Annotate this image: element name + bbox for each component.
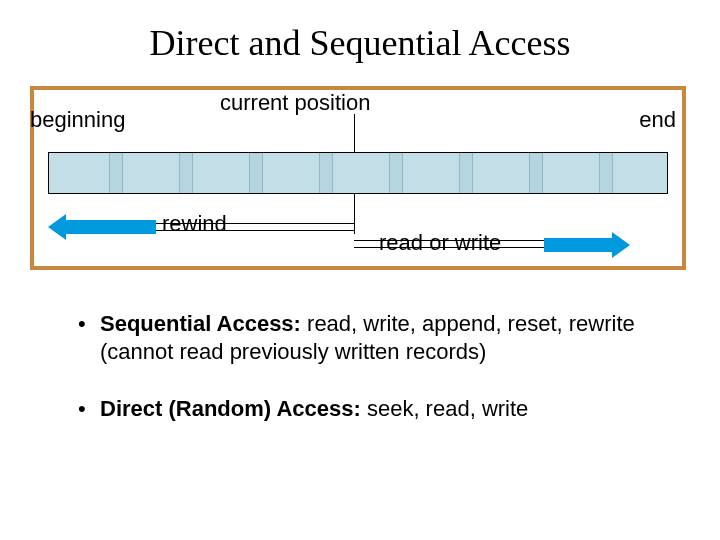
current-position-tick (354, 114, 355, 152)
label-beginning: beginning (30, 107, 125, 133)
record-gap (179, 153, 193, 193)
record-gap (389, 153, 403, 193)
slide-title: Direct and Sequential Access (0, 22, 720, 64)
label-end: end (639, 107, 676, 133)
access-diagram: beginning current position end rewind re… (30, 86, 686, 270)
label-read-or-write: read or write (379, 230, 501, 256)
label-current-position: current position (220, 90, 370, 116)
bullet-label: Sequential Access: (100, 311, 301, 336)
bullet-dot-icon: • (78, 310, 100, 365)
bullet-direct: • Direct (Random) Access: seek, read, wr… (78, 395, 658, 423)
bullet-text: Direct (Random) Access: seek, read, writ… (100, 395, 528, 423)
bullet-dot-icon: • (78, 395, 100, 423)
record-gap (599, 153, 613, 193)
readwrite-arrow-icon (544, 238, 612, 252)
record-gap (109, 153, 123, 193)
bullet-list: • Sequential Access: read, write, append… (78, 310, 658, 453)
bullet-text: Sequential Access: read, write, append, … (100, 310, 658, 365)
label-rewind: rewind (162, 211, 227, 237)
record-gap (249, 153, 263, 193)
file-tape (48, 152, 668, 194)
rewind-arrow-icon (66, 220, 156, 234)
bullet-sequential: • Sequential Access: read, write, append… (78, 310, 658, 365)
current-position-tick-lower (354, 194, 355, 234)
bullet-desc: seek, read, write (361, 396, 529, 421)
record-gap (319, 153, 333, 193)
record-gap (529, 153, 543, 193)
record-gap (459, 153, 473, 193)
bullet-label: Direct (Random) Access: (100, 396, 361, 421)
